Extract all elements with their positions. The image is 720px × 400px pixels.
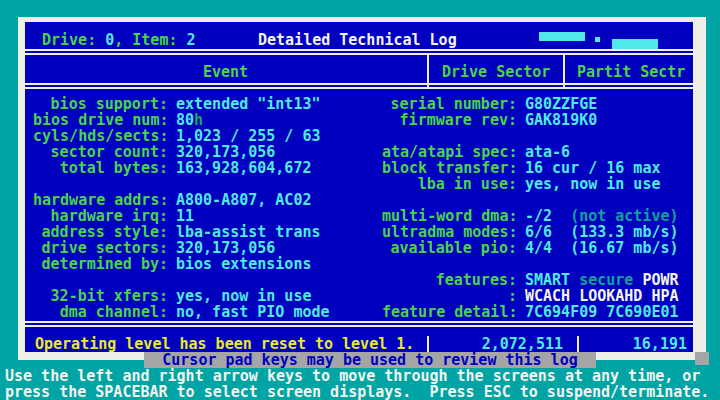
- log-value: 16 cur / 16 max: [525, 160, 660, 176]
- column-divider: [577, 336, 579, 352]
- log-row: lba in use:yes, now in use: [0, 176, 720, 192]
- log-row: hardware addrs:A800-A807, AC02: [0, 192, 720, 208]
- text-segment: 2: [187, 31, 196, 49]
- log-row: block transfer:16 cur / 16 max: [0, 160, 720, 176]
- text-segment: 0: [105, 31, 114, 49]
- dos-technical-log-screen: Drive: 0, Item: 2 Detailed Technical Log…: [0, 0, 720, 400]
- cyan-block-icon: [612, 39, 658, 49]
- column-header-drive-sector: Drive Sector: [442, 64, 550, 80]
- log-row: feature detail:7C694F09 7C690E01: [0, 304, 720, 320]
- log-row: features:SMART secure POWR: [0, 272, 720, 288]
- log-value: 4/4 (16.67 mb/s): [525, 240, 679, 256]
- text-segment: 7C694F09 7C690E01: [525, 303, 679, 321]
- text-segment: bios extensions: [176, 255, 311, 273]
- text-segment: 4/4 (16.67 mb/s): [525, 239, 679, 257]
- log-row: ata/atapi spec:ata-6: [0, 144, 720, 160]
- column-header-partit-sectr: Partit Sectr: [577, 64, 685, 80]
- log-label: features:: [382, 272, 517, 288]
- page-title: Detailed Technical Log: [258, 32, 457, 48]
- log-label: serial number:: [382, 96, 517, 112]
- message-bar: Cursor pad keys may be used to review th…: [144, 352, 596, 368]
- log-value: 7C694F09 7C690E01: [525, 304, 679, 320]
- log-label: hardware addrs:: [33, 192, 168, 208]
- separator-line: [25, 321, 693, 327]
- log-row: determined by:bios extensions: [0, 256, 720, 272]
- log-value: 6/6 (133.3 mb/s): [525, 224, 679, 240]
- text-segment: GAK819K0: [525, 111, 597, 129]
- log-row: multi-word dma:-/2 (not active): [0, 208, 720, 224]
- cyan-block-icon: [539, 32, 585, 41]
- status-message: Operating level has been reset to level …: [35, 336, 414, 352]
- drive-item-indicator: Drive: 0, Item: 2: [42, 32, 196, 48]
- footer-help-line-2: press the SPACEBAR to select screen disp…: [5, 384, 709, 400]
- log-label: available pio:: [382, 240, 517, 256]
- log-value: GAK819K0: [525, 112, 597, 128]
- log-value: yes, now in use: [525, 176, 660, 192]
- panel-shadow: [695, 352, 709, 365]
- text-segment: A800-A807, AC02: [176, 191, 311, 209]
- log-row: ultradma modes:6/6 (133.3 mb/s): [0, 224, 720, 240]
- column-header-event: Event: [203, 64, 248, 80]
- separator-line: [25, 83, 693, 89]
- log-value: WCACH LOOKAHD HPA: [525, 288, 679, 304]
- separator-line: [25, 49, 693, 55]
- log-label: ata/atapi spec:: [382, 144, 517, 160]
- status-partit-sectr-value: 16,191: [580, 336, 687, 352]
- log-row: available pio:4/4 (16.67 mb/s): [0, 240, 720, 256]
- cyan-dot-icon: [595, 37, 600, 42]
- log-label: feature detail:: [382, 304, 517, 320]
- log-row: firmware rev:GAK819K0: [0, 112, 720, 128]
- log-label: firmware rev:: [382, 112, 517, 128]
- log-value: G80ZZFGE: [525, 96, 597, 112]
- log-value: ata-6: [525, 144, 570, 160]
- column-divider: [427, 336, 429, 352]
- text-segment: yes, now in use: [525, 175, 660, 193]
- log-row: cyls/hds/sects:1,023 / 255 / 63: [0, 128, 720, 144]
- log-row: :WCACH LOOKAHD HPA: [0, 288, 720, 304]
- footer-help-line-1: Use the left and right arrow keys to mov…: [5, 368, 700, 384]
- log-label: :: [382, 288, 517, 304]
- log-label: multi-word dma:: [382, 208, 517, 224]
- log-value: SMART secure POWR: [525, 272, 679, 288]
- log-row: serial number:G80ZZFGE: [0, 96, 720, 112]
- text-segment: , Item:: [114, 31, 186, 49]
- status-drive-sector-value: 2,072,511: [431, 336, 563, 352]
- log-label: block transfer:: [382, 160, 517, 176]
- text-segment: Drive:: [42, 31, 105, 49]
- log-value: 1,023 / 255 / 63: [176, 128, 321, 144]
- log-label: cyls/hds/sects:: [33, 128, 168, 144]
- log-label: determined by:: [33, 256, 168, 272]
- log-label: ultradma modes:: [382, 224, 517, 240]
- log-value: -/2 (not active): [525, 208, 679, 224]
- log-value: A800-A807, AC02: [176, 192, 311, 208]
- log-label: lba in use:: [382, 176, 517, 192]
- log-value: bios extensions: [176, 256, 311, 272]
